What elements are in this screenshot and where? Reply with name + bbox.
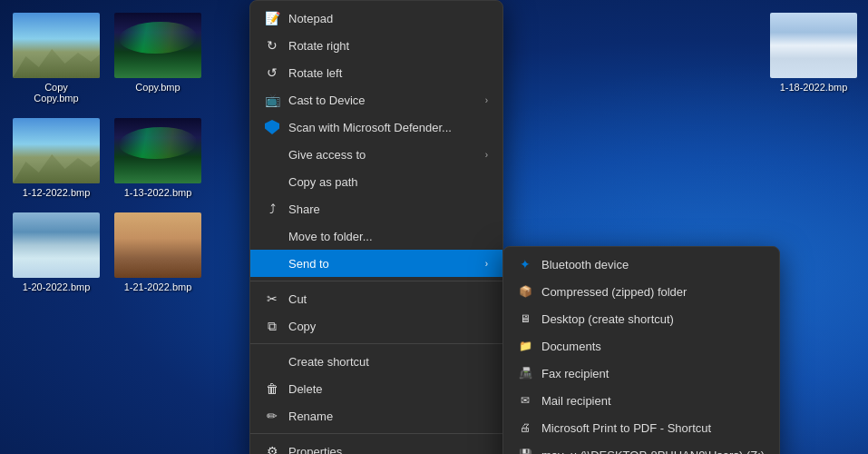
- give-access-icon: [265, 147, 279, 162]
- delete-icon: 🗑: [265, 381, 279, 396]
- menu-item-notepad[interactable]: 📝 Notepad: [250, 5, 502, 32]
- submenu-item-label: Compressed (zipped) folder: [541, 285, 687, 299]
- file-name: 1-21-2022.bmp: [124, 281, 192, 292]
- menu-item-share[interactable]: ⤴ Share: [250, 195, 502, 222]
- menu-item-label: Give access to: [288, 148, 366, 162]
- menu-item-label: Rename: [288, 410, 333, 423]
- menu-item-label: Copy: [288, 320, 316, 333]
- file-1-12-2022[interactable]: 1-12-2022.bmp: [9, 114, 103, 202]
- move-folder-icon: [265, 229, 279, 243]
- copy-icon: ⧉: [265, 319, 279, 333]
- file-area: Copy Copy.bmp Copy.bmp 1-12-2022.bmp 1-1…: [0, 0, 236, 454]
- menu-item-label: Cast to Device: [288, 94, 366, 107]
- file-thumbnail: [770, 13, 857, 78]
- submenu-item-mail[interactable]: ✉ Mail recipient: [503, 387, 779, 414]
- fax-icon: 📠: [518, 366, 532, 380]
- desktop-icon: 🖥: [518, 311, 532, 326]
- submenu-item-compressed[interactable]: 📦 Compressed (zipped) folder: [503, 278, 779, 305]
- rotate-right-icon: ↻: [265, 38, 279, 53]
- file-thumbnail: [114, 212, 201, 278]
- bluetooth-icon: ✦: [518, 257, 532, 271]
- printer-icon: 🖨: [518, 420, 532, 435]
- menu-item-label: Scan with Microsoft Defender...: [288, 121, 452, 134]
- file-name: 1-13-2022.bmp: [124, 187, 192, 198]
- file-thumbnail: [13, 212, 100, 278]
- right-file-area: 1-18-2022.bmp: [759, 0, 868, 105]
- defender-icon: [265, 120, 279, 134]
- menu-item-give-access[interactable]: Give access to ›: [250, 141, 502, 168]
- submenu-item-label: Documents: [541, 340, 601, 353]
- menu-item-label: Create shortcut: [288, 355, 369, 369]
- menu-item-label: Cut: [288, 292, 307, 306]
- menu-item-cut[interactable]: ✂ Cut: [250, 285, 502, 312]
- menu-separator-3: [250, 433, 502, 434]
- file-thumbnail: [13, 118, 100, 183]
- menu-item-label: Rotate right: [288, 39, 349, 53]
- menu-item-label: Share: [288, 202, 320, 216]
- file-copy2-bmp[interactable]: Copy.bmp: [111, 9, 205, 107]
- menu-item-rename[interactable]: ✏ Rename: [250, 402, 502, 429]
- menu-separator: [250, 281, 502, 281]
- menu-item-properties[interactable]: ⚙ Properties: [250, 438, 502, 454]
- menu-item-rotate-left[interactable]: ↺ Rotate left: [250, 59, 502, 86]
- menu-item-create-shortcut[interactable]: Create shortcut: [250, 348, 502, 375]
- submenu-item-desktop[interactable]: 🖥 Desktop (create shortcut): [503, 305, 779, 332]
- menu-item-delete[interactable]: 🗑 Delete: [250, 375, 502, 402]
- file-name-ext: Copy.bmp: [34, 93, 78, 104]
- documents-icon: 📁: [518, 339, 532, 353]
- menu-item-label: Delete: [288, 382, 323, 396]
- file-name: Copy: [44, 82, 68, 93]
- submenu-item-label: Desktop (create shortcut): [541, 312, 674, 326]
- menu-item-label: Move to folder...: [288, 230, 373, 243]
- file-name: 1-18-2022.bmp: [780, 82, 848, 93]
- menu-item-rotate-right[interactable]: ↻ Rotate right: [250, 32, 502, 59]
- send-to-submenu: ✦ Bluetooth device 📦 Compressed (zipped)…: [502, 246, 780, 454]
- submenu-item-label: Fax recipient: [541, 367, 609, 380]
- file-thumbnail: [114, 13, 201, 78]
- mail-icon: ✉: [518, 393, 532, 408]
- submenu-item-label: Microsoft Print to PDF - Shortcut: [541, 421, 711, 435]
- rotate-left-icon: ↺: [265, 65, 279, 80]
- submenu-arrow: ›: [485, 150, 488, 160]
- menu-item-label: Properties: [288, 445, 342, 455]
- rename-icon: ✏: [265, 409, 279, 423]
- context-menu: 📝 Notepad ↻ Rotate right ↺ Rotate left 📺…: [249, 0, 503, 454]
- submenu-item-documents[interactable]: 📁 Documents: [503, 332, 779, 360]
- menu-item-move-folder[interactable]: Move to folder...: [250, 222, 502, 250]
- file-name: Copy.bmp: [135, 82, 180, 93]
- submenu-arrow: ›: [485, 259, 488, 269]
- file-1-13-2022[interactable]: 1-13-2022.bmp: [111, 114, 205, 202]
- properties-icon: ⚙: [265, 444, 279, 454]
- submenu-item-bluetooth[interactable]: ✦ Bluetooth device: [503, 251, 779, 278]
- menu-item-label: Send to: [288, 257, 329, 271]
- cut-icon: ✂: [265, 291, 279, 306]
- submenu-item-drive[interactable]: 💾 mav_u (\\DESKTOP-8PHHAN9\Users) (Z:): [503, 441, 779, 454]
- drive-icon: 💾: [518, 448, 532, 454]
- menu-item-copy-path[interactable]: Copy as path: [250, 168, 502, 195]
- submenu-item-label: Mail recipient: [541, 394, 611, 408]
- file-thumbnail: [114, 118, 201, 183]
- menu-item-send-to[interactable]: Send to › ✦ Bluetooth device 📦 Compresse…: [250, 250, 502, 277]
- notepad-icon: 📝: [265, 11, 279, 25]
- file-name: 1-20-2022.bmp: [23, 281, 91, 292]
- file-1-18-2022[interactable]: 1-18-2022.bmp: [768, 9, 859, 96]
- file-copy-bmp[interactable]: Copy Copy.bmp: [9, 9, 103, 107]
- submenu-item-label: mav_u (\\DESKTOP-8PHHAN9\Users) (Z:): [541, 449, 765, 455]
- menu-item-label: Notepad: [288, 12, 333, 25]
- submenu-item-label: Bluetooth device: [541, 258, 629, 271]
- shortcut-icon: [265, 354, 279, 369]
- submenu-item-pdf[interactable]: 🖨 Microsoft Print to PDF - Shortcut: [503, 414, 779, 441]
- cast-icon: 📺: [265, 93, 279, 107]
- menu-item-copy[interactable]: ⧉ Copy: [250, 312, 502, 340]
- menu-item-defender[interactable]: Scan with Microsoft Defender...: [250, 114, 502, 141]
- menu-item-label: Copy as path: [288, 175, 358, 189]
- file-1-21-2022[interactable]: 1-21-2022.bmp: [111, 209, 205, 296]
- menu-item-cast[interactable]: 📺 Cast to Device ›: [250, 86, 502, 114]
- menu-separator-2: [250, 343, 502, 344]
- submenu-arrow: ›: [485, 95, 488, 105]
- send-to-icon: [265, 256, 279, 271]
- file-thumbnail: [13, 13, 100, 78]
- submenu-item-fax[interactable]: 📠 Fax recipient: [503, 360, 779, 387]
- share-icon: ⤴: [265, 202, 279, 216]
- file-1-20-2022[interactable]: 1-20-2022.bmp: [9, 209, 103, 296]
